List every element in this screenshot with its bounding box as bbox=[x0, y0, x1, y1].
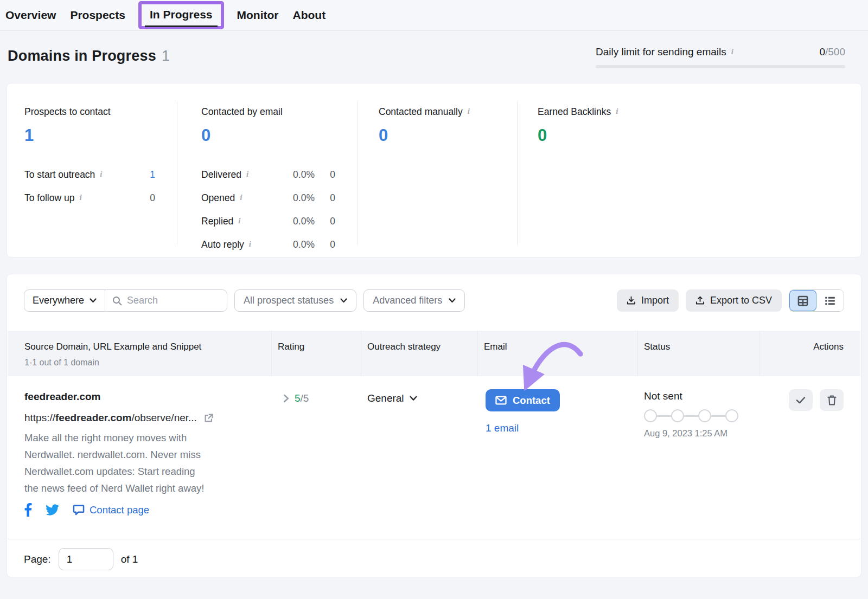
pagination: Page: of 1 bbox=[24, 548, 138, 570]
stat-label: Earned Backlinks bbox=[538, 106, 611, 118]
top-navigation: Overview Prospects In Progress Monitor A… bbox=[0, 0, 868, 31]
stat-row-pct: 0.0% bbox=[280, 239, 315, 250]
external-link-icon[interactable] bbox=[203, 413, 214, 423]
page-number-input[interactable] bbox=[59, 548, 113, 570]
tab-in-progress[interactable]: In Progress bbox=[150, 8, 213, 21]
info-icon[interactable]: i bbox=[100, 170, 102, 179]
contact-button[interactable]: Contact bbox=[486, 389, 560, 411]
page-of-label: of 1 bbox=[121, 553, 138, 565]
twitter-icon[interactable] bbox=[46, 504, 59, 516]
table-view-button[interactable] bbox=[789, 290, 816, 311]
info-icon[interactable]: i bbox=[238, 216, 240, 226]
divider bbox=[637, 331, 638, 376]
download-icon bbox=[627, 296, 636, 305]
tab-prospects[interactable]: Prospects bbox=[70, 9, 125, 22]
page-label: Page: bbox=[24, 553, 51, 565]
chevron-right-icon[interactable] bbox=[283, 394, 289, 403]
url-suffix: /observe/ner... bbox=[132, 412, 197, 423]
stat-label: Contacted by email bbox=[201, 106, 283, 118]
url-domain: feedreader.com bbox=[55, 412, 131, 423]
chevron-down-icon bbox=[90, 298, 97, 303]
facebook-icon[interactable] bbox=[24, 503, 32, 517]
info-icon[interactable]: i bbox=[616, 107, 618, 116]
cell-source-domain: feedreader.com https://feedreader.com/ob… bbox=[24, 391, 214, 517]
emails-count-link[interactable]: 1 email bbox=[486, 422, 519, 434]
cell-rating: 5/5 bbox=[283, 392, 309, 404]
page-head: Domains in Progress1 Daily limit for sen… bbox=[0, 31, 868, 83]
stat-value: 0 bbox=[538, 126, 618, 145]
stat-row-value[interactable]: 1 bbox=[150, 169, 155, 181]
stat-row-label: Opened bbox=[201, 192, 235, 204]
trash-icon bbox=[827, 395, 837, 405]
daily-limit-used: 0 bbox=[819, 46, 825, 57]
info-icon[interactable]: i bbox=[246, 170, 248, 179]
stat-row-value: 0 bbox=[150, 192, 155, 204]
speech-bubble-icon bbox=[73, 505, 85, 516]
col-header-rating: Rating bbox=[278, 342, 304, 352]
table-header: Source Domain, URL Example and Snippet R… bbox=[8, 331, 860, 376]
info-icon[interactable]: i bbox=[240, 193, 242, 202]
mark-done-button[interactable] bbox=[789, 389, 813, 411]
advanced-filters-dropdown[interactable]: Advanced filters bbox=[363, 289, 465, 312]
cell-outreach-strategy[interactable]: General bbox=[367, 392, 417, 404]
url-example[interactable]: https://feedreader.com/observe/ner... bbox=[24, 412, 197, 424]
daily-limit-total: /500 bbox=[825, 46, 845, 57]
stat-row-label: Delivered bbox=[201, 169, 241, 181]
stat-value: 0 bbox=[379, 126, 470, 145]
url-prefix: https:// bbox=[24, 412, 55, 423]
filter-bar: Everywhere All prospect statuses Advance… bbox=[7, 274, 861, 312]
info-icon[interactable]: i bbox=[79, 193, 81, 202]
stats-card: Prospects to contact 1 To start outreach… bbox=[7, 83, 861, 257]
step-line bbox=[657, 415, 671, 417]
divider bbox=[517, 101, 518, 245]
info-icon[interactable]: i bbox=[731, 47, 733, 56]
delete-button[interactable] bbox=[820, 389, 844, 411]
list-view-button[interactable] bbox=[816, 290, 844, 311]
search-scope-dropdown[interactable]: Everywhere bbox=[24, 290, 105, 311]
advanced-filters-value: Advanced filters bbox=[373, 295, 442, 306]
contact-page-label: Contact page bbox=[90, 504, 149, 516]
stat-row-count: 0 bbox=[315, 216, 335, 227]
stat-label: Prospects to contact bbox=[24, 106, 111, 118]
snippet-text: Make all the right money moves with Nerd… bbox=[24, 429, 214, 497]
contact-page-link[interactable]: Contact page bbox=[73, 504, 149, 516]
tab-monitor[interactable]: Monitor bbox=[237, 9, 279, 22]
contact-button-label: Contact bbox=[513, 395, 550, 407]
active-tab-underline bbox=[145, 25, 218, 27]
search-icon bbox=[112, 296, 122, 306]
step-dot bbox=[725, 409, 738, 422]
tab-overview[interactable]: Overview bbox=[5, 9, 56, 22]
divider bbox=[357, 101, 358, 245]
domain-count: 1 bbox=[162, 48, 170, 64]
search-combo: Everywhere bbox=[24, 289, 227, 312]
strategy-value: General bbox=[367, 392, 404, 404]
stat-prospects-to-contact: Prospects to contact 1 To start outreach… bbox=[24, 106, 155, 210]
page-title: Domains in Progress1 bbox=[8, 48, 170, 65]
prospect-statuses-dropdown[interactable]: All prospect statuses bbox=[234, 289, 356, 312]
divider bbox=[177, 101, 177, 245]
col-header-strategy: Outreach strategy bbox=[367, 342, 441, 352]
tab-about[interactable]: About bbox=[292, 9, 326, 22]
import-button[interactable]: Import bbox=[617, 289, 679, 312]
info-icon[interactable]: i bbox=[249, 240, 251, 249]
stat-row-count: 0 bbox=[315, 239, 335, 250]
domain-name: feedreader.com bbox=[24, 391, 214, 403]
rating-total: /5 bbox=[301, 392, 309, 404]
search-input[interactable] bbox=[127, 295, 208, 306]
export-button-label: Export to CSV bbox=[710, 295, 772, 306]
rating-score: 5 bbox=[295, 392, 301, 404]
status-text: Not sent bbox=[644, 390, 738, 402]
daily-limit-label: Daily limit for sending emails bbox=[596, 46, 726, 58]
stat-row-count: 0 bbox=[315, 192, 335, 204]
step-line bbox=[684, 415, 698, 417]
daily-limit-widget: Daily limit for sending emails i 0/500 bbox=[596, 46, 845, 68]
cell-status: Not sent Aug 9, 2023 1:25 AM bbox=[644, 390, 738, 439]
daily-limit-value: 0/500 bbox=[819, 46, 845, 58]
export-to-csv-button[interactable]: Export to CSV bbox=[686, 289, 782, 312]
divider bbox=[477, 331, 478, 376]
info-icon[interactable]: i bbox=[468, 107, 470, 116]
col-header-source: Source Domain, URL Example and Snippet bbox=[24, 342, 201, 352]
annotation-box: In Progress bbox=[138, 1, 224, 29]
envelope-icon bbox=[495, 396, 507, 405]
step-line bbox=[711, 415, 725, 417]
